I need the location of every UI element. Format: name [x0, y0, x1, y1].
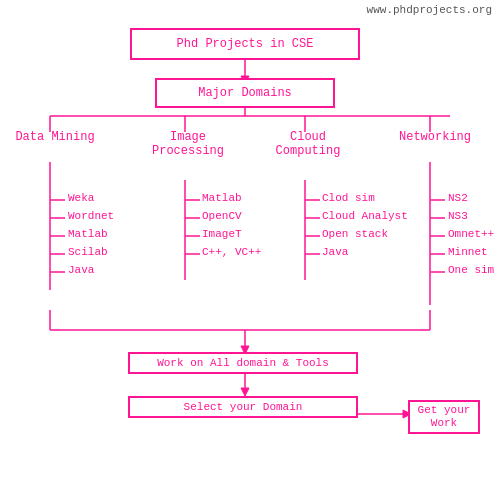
domain-imageprocessing: ImageProcessing: [148, 130, 228, 158]
cc-item-3: Open stack: [322, 228, 388, 240]
nw-item-4: Minnet: [448, 246, 488, 258]
phd-box: Phd Projects in CSE: [130, 28, 360, 60]
major-domains-box: Major Domains: [155, 78, 335, 108]
svg-marker-37: [241, 388, 249, 396]
domain-datamining: Data Mining: [10, 130, 100, 144]
ip-item-3: ImageT: [202, 228, 242, 240]
get-work-box: Get your Work: [408, 400, 480, 434]
getyour-label: Get your Work: [418, 404, 471, 430]
cc-item-1: Clod sim: [322, 192, 375, 204]
dm-item-3: Matlab: [68, 228, 108, 240]
domain-networking: Networking: [395, 130, 475, 144]
nw-item-3: Omnet++: [448, 228, 494, 240]
nw-item-2: NS3: [448, 210, 468, 222]
select-label: Select your Domain: [184, 401, 303, 413]
phd-label: Phd Projects in CSE: [177, 37, 314, 51]
work-label: Work on All domain & Tools: [157, 357, 329, 369]
ip-item-4: C++, VC++: [202, 246, 261, 258]
ip-item-1: Matlab: [202, 192, 242, 204]
work-box: Work on All domain & Tools: [128, 352, 358, 374]
nw-item-5: One sim: [448, 264, 494, 276]
dm-item-4: Scilab: [68, 246, 108, 258]
domain-cloudcomputing: CloudComputing: [268, 130, 348, 158]
dm-item-2: Wordnet: [68, 210, 114, 222]
dm-item-1: Weka: [68, 192, 94, 204]
dm-item-5: Java: [68, 264, 94, 276]
cc-item-2: Cloud Analyst: [322, 210, 408, 222]
cc-item-4: Java: [322, 246, 348, 258]
watermark: www.phdprojects.org: [367, 4, 492, 16]
ip-item-2: OpenCV: [202, 210, 242, 222]
select-domain-box[interactable]: Select your Domain: [128, 396, 358, 418]
major-label: Major Domains: [198, 86, 292, 100]
nw-item-1: NS2: [448, 192, 468, 204]
